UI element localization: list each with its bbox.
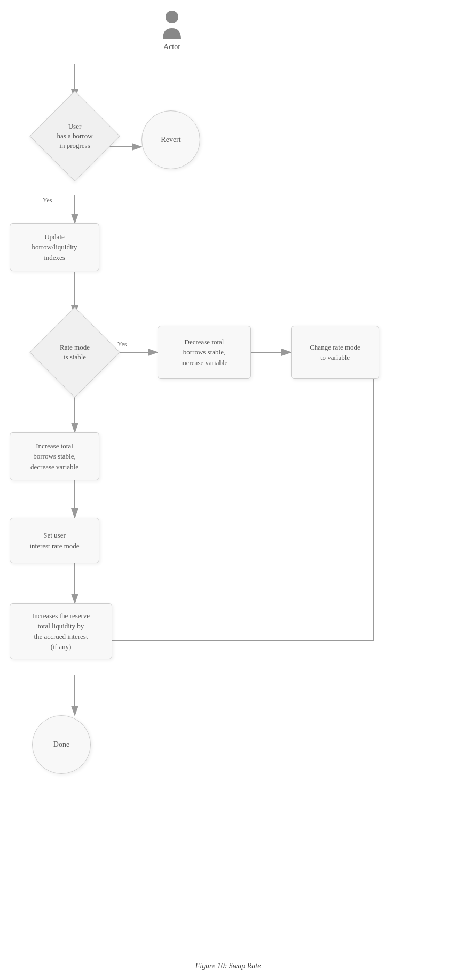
svg-point-12: [166, 11, 178, 23]
change-rate-mode-label: Change rate mode to variable: [310, 342, 360, 363]
change-rate-mode-node: Change rate mode to variable: [291, 326, 379, 379]
increase-borrows-node: Increase total borrows stable, decrease …: [10, 432, 99, 480]
actor-label: Actor: [163, 43, 180, 51]
revert-node: Revert: [141, 110, 200, 169]
yes-label-2: Yes: [117, 341, 127, 349]
actor-figure: [159, 10, 185, 41]
decrease-borrows-label: Decrease total borrows stable, increase …: [181, 337, 228, 368]
diamond-rate-text: Rate mode is stable: [48, 343, 101, 362]
increase-borrows-label: Increase total borrows stable, decrease …: [30, 441, 78, 472]
figure-caption: Figure 10: Swap Rate: [195, 962, 261, 970]
increases-reserve-label: Increases the reserve total liquidity by…: [32, 611, 90, 652]
diamond-borrow-text: User has a borrow in progress: [48, 122, 101, 151]
revert-label: Revert: [161, 136, 180, 144]
update-indexes-label: Update borrow/liquidity indexes: [32, 232, 77, 263]
increases-reserve-node: Increases the reserve total liquidity by…: [10, 603, 112, 659]
actor-icon: Actor: [159, 10, 185, 51]
diamond-rate-check: Rate mode is stable: [37, 315, 112, 390]
yes-label-1: Yes: [43, 196, 52, 204]
decrease-borrows-node: Decrease total borrows stable, increase …: [158, 326, 251, 379]
done-node: Done: [32, 715, 91, 774]
set-interest-node: Set user interest rate mode: [10, 518, 99, 563]
set-interest-label: Set user interest rate mode: [29, 530, 79, 551]
diamond-borrow-check: User has a borrow in progress: [37, 99, 112, 173]
update-indexes-node: Update borrow/liquidity indexes: [10, 223, 99, 271]
diagram-container: Actor User has a borrow in progress Reve…: [0, 0, 456, 980]
done-label: Done: [53, 740, 69, 749]
